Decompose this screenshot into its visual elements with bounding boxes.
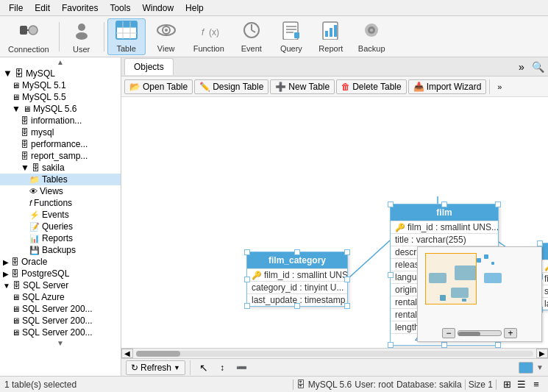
minimap-slider-track[interactable] bbox=[458, 330, 502, 336]
sidebar-item-mysql51[interactable]: 🖥 MySQL 5.1 bbox=[0, 79, 121, 91]
open-table-btn[interactable]: 📂 Open Table bbox=[124, 79, 193, 94]
resize-tl[interactable] bbox=[388, 202, 394, 207]
view-label: View bbox=[157, 44, 175, 53]
pointer-btn[interactable]: ↕ bbox=[216, 361, 229, 374]
sidebar-item-sqlserver[interactable]: ▼ 🗄 SQL Server bbox=[0, 279, 121, 291]
resize-ml[interactable] bbox=[244, 277, 250, 282]
sidebar-item-oracle[interactable]: ▶ 🗄 Oracle bbox=[0, 256, 121, 268]
import-wizard-icon: 📥 bbox=[413, 82, 424, 92]
sidebar-item-report-samp[interactable]: 🗄 report_samp... bbox=[0, 150, 121, 162]
color-btn[interactable] bbox=[519, 362, 533, 374]
search-btn[interactable]: 🔍 bbox=[530, 60, 545, 74]
sidebar-item-mysql[interactable]: ▼ 🗄 MySQL bbox=[0, 67, 121, 79]
sidebar-item-tables[interactable]: 📁 Tables bbox=[0, 174, 121, 185]
user-label: User bbox=[73, 45, 90, 54]
resize-tm[interactable] bbox=[441, 202, 447, 207]
cursor-btn[interactable]: ↖ bbox=[195, 360, 213, 375]
sidebar-report-samp-label: report_samp... bbox=[31, 151, 88, 161]
sidebar: ▲ ▼ 🗄 MySQL 🖥 MySQL 5.1 🖥 MySQL 5.5 ▼ 🖥 … bbox=[0, 57, 121, 376]
resize-bm[interactable] bbox=[294, 303, 300, 309]
minimap-zoom-in[interactable]: + bbox=[504, 328, 517, 338]
sidebar-scroll-up[interactable]: ▲ bbox=[0, 57, 121, 67]
resize-bm[interactable] bbox=[441, 342, 447, 348]
table-film-category[interactable]: film_category 🔑 film_id : smallint UNS..… bbox=[246, 252, 348, 307]
resize-br[interactable] bbox=[344, 303, 350, 309]
new-table-btn[interactable]: ➕ New Table bbox=[270, 79, 335, 94]
list-view-btn[interactable]: ☰ bbox=[514, 377, 529, 392]
minus-btn[interactable]: ➖ bbox=[232, 361, 252, 374]
toolbar-function[interactable]: f(x) Function bbox=[187, 18, 231, 55]
menu-edit[interactable]: Edit bbox=[29, 1, 56, 15]
toolbar-event[interactable]: Event bbox=[232, 18, 271, 55]
h-scroll-left[interactable]: ◀ bbox=[121, 349, 133, 358]
delete-table-btn[interactable]: 🗑 Delete Table bbox=[336, 79, 407, 94]
sidebar-item-functions[interactable]: f Functions bbox=[0, 197, 121, 209]
expand-panel-btn[interactable]: » bbox=[493, 81, 506, 93]
svg-rect-25 bbox=[325, 31, 328, 37]
expand-btn[interactable]: » bbox=[514, 60, 529, 74]
menu-window[interactable]: Window bbox=[136, 1, 179, 15]
detail-view-btn[interactable]: ≡ bbox=[529, 377, 544, 392]
film-field-1: title : varchar(255) bbox=[391, 233, 498, 246]
toolbar-backup[interactable]: Backup bbox=[352, 18, 392, 55]
resize-tr[interactable] bbox=[495, 202, 501, 207]
resize-tl[interactable] bbox=[537, 240, 543, 246]
toolbar-connection[interactable]: Connection bbox=[1, 18, 56, 55]
bottom-toolbar: ↻ Refresh ▼ ↖ ↕ ➖ ▼ bbox=[121, 358, 548, 376]
sidebar-item-backups[interactable]: 💾 Backups bbox=[0, 244, 121, 256]
sidebar-item-reports[interactable]: 📊 Reports bbox=[0, 232, 121, 244]
h-scroll-right[interactable]: ▶ bbox=[536, 349, 548, 358]
sidebar-item-sqlserver2008a[interactable]: 🖥 SQL Server 200... bbox=[0, 327, 121, 338]
menu-tools[interactable]: Tools bbox=[104, 1, 136, 15]
design-table-btn[interactable]: ✏️ Design Table bbox=[194, 79, 268, 94]
sidebar-item-postgresql[interactable]: ▶ 🗄 PostgreSQL bbox=[0, 268, 121, 279]
sidebar-scroll-down[interactable]: ▼ bbox=[0, 338, 121, 348]
sidebar-performance-label: performance... bbox=[31, 139, 88, 149]
grid-view-btn[interactable]: ⊞ bbox=[499, 377, 514, 392]
minimap-controls: − + bbox=[442, 328, 517, 338]
sidebar-item-mysql-db[interactable]: 🗄 mysql bbox=[0, 126, 121, 138]
resize-mr[interactable] bbox=[344, 277, 350, 282]
resize-ml[interactable] bbox=[388, 272, 394, 278]
h-scroll-track[interactable] bbox=[136, 351, 533, 357]
user-status: User: root bbox=[355, 379, 394, 390]
sidebar-item-sqlazure[interactable]: 🖥 SQL Azure bbox=[0, 291, 121, 303]
toolbar-sep-2 bbox=[104, 22, 104, 51]
resize-tr[interactable] bbox=[344, 249, 350, 255]
status-sep-2 bbox=[465, 379, 466, 390]
refresh-btn[interactable]: ↻ Refresh ▼ bbox=[126, 360, 185, 375]
toolbar-query[interactable]: Query bbox=[272, 18, 310, 55]
key-icon: 🔑 bbox=[395, 223, 405, 232]
menu-file[interactable]: File bbox=[3, 1, 29, 15]
toolbar-view[interactable]: View bbox=[147, 18, 185, 55]
resize-bl[interactable] bbox=[244, 303, 250, 309]
sidebar-item-sqlserver2005a[interactable]: 🖥 SQL Server 200... bbox=[0, 315, 121, 327]
resize-tm[interactable] bbox=[294, 249, 300, 255]
tab-objects[interactable]: Objects bbox=[124, 58, 174, 75]
resize-br[interactable] bbox=[495, 342, 501, 348]
status-text: 1 table(s) selected bbox=[4, 379, 76, 390]
import-wizard-btn[interactable]: 📥 Import Wizard bbox=[408, 79, 487, 94]
sidebar-item-mysql56[interactable]: ▼ 🖥 MySQL 5.6 bbox=[0, 103, 121, 115]
status-right: 🗄 MySQL 5.6 User: root Database: sakila bbox=[296, 379, 462, 390]
resize-bl[interactable] bbox=[388, 342, 394, 348]
sidebar-item-views[interactable]: 👁 Views bbox=[0, 185, 121, 197]
menu-help[interactable]: Help bbox=[179, 1, 210, 15]
toolbar-table[interactable]: Table bbox=[107, 18, 146, 55]
sidebar-item-sqlserver2000a[interactable]: 🖥 SQL Server 200... bbox=[0, 303, 121, 315]
diagram-canvas[interactable]: film 🔑 film_id : smallint UNS... title :… bbox=[121, 97, 548, 348]
sidebar-item-mysql55[interactable]: 🖥 MySQL 5.5 bbox=[0, 91, 121, 103]
minimap-zoom-out[interactable]: − bbox=[442, 328, 455, 338]
menu-favorites[interactable]: Favorites bbox=[56, 1, 104, 15]
toolbar-report[interactable]: Report bbox=[312, 18, 350, 55]
sidebar-item-queries[interactable]: 📝 Queries bbox=[0, 221, 121, 232]
sidebar-item-information[interactable]: 🗄 information... bbox=[0, 115, 121, 126]
toolbar-user[interactable]: User bbox=[63, 18, 101, 55]
sidebar-sqlserver2005a-label: SQL Server 200... bbox=[22, 316, 93, 326]
resize-tl[interactable] bbox=[244, 249, 250, 255]
sidebar-item-performance[interactable]: 🗄 performance... bbox=[0, 138, 121, 150]
sidebar-item-sakila[interactable]: ▼ 🗄 sakila bbox=[0, 162, 121, 174]
sidebar-item-events[interactable]: ⚡ Events bbox=[0, 209, 121, 221]
tabs-bar: Objects » 🔍 bbox=[121, 57, 548, 76]
refresh-dropdown[interactable]: ▼ bbox=[174, 364, 180, 371]
